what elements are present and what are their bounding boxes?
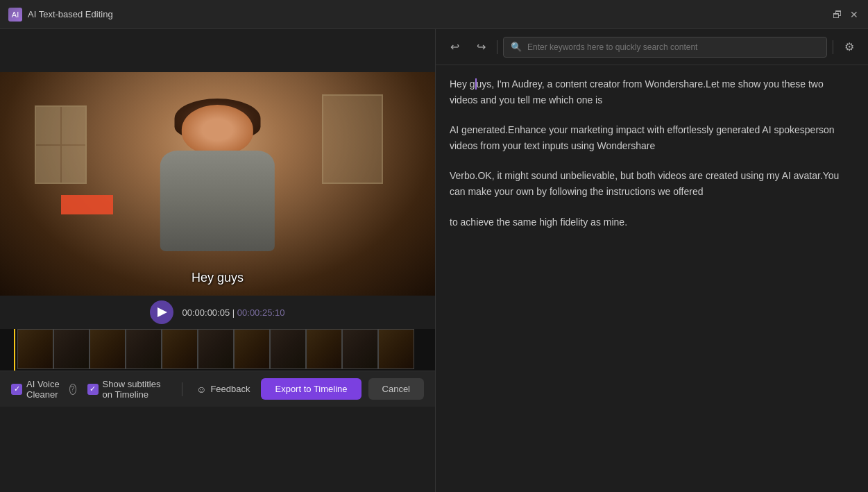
help-icon[interactable]: ?: [69, 384, 76, 395]
left-panel: Hey guys 00:00:00:05 | 00:00:25:10: [0, 29, 436, 492]
video-top-bar: [0, 29, 435, 72]
filter-button[interactable]: ⚙: [839, 37, 860, 58]
export-to-timeline-button[interactable]: Export to Timeline: [261, 378, 361, 400]
title-bar: AI AI Text-based Editing 🗗 ✕: [0, 0, 868, 29]
search-input[interactable]: [527, 42, 819, 52]
red-overlay: [61, 195, 113, 214]
cancel-button[interactable]: Cancel: [368, 378, 424, 400]
thumbnail-item: [162, 329, 198, 369]
transcript-text: AI generated.Enhance your marketing impa…: [450, 124, 835, 151]
main-layout: Hey guys 00:00:00:05 | 00:00:25:10: [0, 29, 868, 492]
transcript-block-2: AI generated.Enhance your marketing impa…: [450, 122, 854, 154]
redo-button[interactable]: ↪: [470, 37, 491, 58]
thumbnail-item: [90, 329, 126, 369]
person-body: [160, 151, 275, 251]
thumbnail-item: [53, 329, 90, 369]
transcript-block-1: Hey guys, I'm Audrey, a content creator …: [450, 76, 854, 108]
play-icon: [158, 307, 167, 317]
feedback-icon: ☺: [196, 384, 206, 395]
transcript-text: Verbo.OK, it might sound unbelievable, b…: [450, 170, 839, 197]
transcript-area[interactable]: Hey guys, I'm Audrey, a content creator …: [436, 65, 868, 492]
thumbnail-item: [126, 329, 162, 369]
redo-icon: ↪: [477, 40, 486, 53]
toolbar-divider: [497, 40, 497, 54]
ai-voice-cleaner-checkbox[interactable]: ✓: [11, 384, 22, 395]
thumbnail-item: [270, 329, 306, 369]
timeline-strip[interactable]: [0, 329, 435, 371]
window-pane: [36, 146, 60, 183]
filter-icon: ⚙: [844, 40, 854, 53]
transcript-text: Hey g: [450, 78, 475, 90]
ai-voice-cleaner-item: ✓ AI Voice Cleaner ?: [11, 379, 76, 400]
thumbnail-item: [234, 329, 270, 369]
thumbnail-strip: [0, 329, 435, 371]
thumbnail-item: [17, 329, 53, 369]
ai-voice-cleaner-label: AI Voice Cleaner: [26, 379, 65, 400]
bottom-bar: ✓ AI Voice Cleaner ? ✓ Show subtitles on…: [0, 371, 435, 407]
window-controls: 🗗 ✕: [832, 9, 860, 20]
undo-button[interactable]: ↩: [444, 37, 465, 58]
window-pane: [62, 107, 86, 144]
show-subtitles-checkbox[interactable]: ✓: [87, 384, 99, 395]
feedback-label: Feedback: [210, 384, 250, 394]
app-icon: AI: [8, 8, 22, 22]
search-icon: 🔍: [511, 42, 522, 52]
title-bar-left: AI AI Text-based Editing: [8, 8, 113, 22]
time-display: 00:00:00:05 | 00:00:25:10: [182, 307, 284, 318]
right-panel: ↩ ↪ 🔍 ⚙ Hey guys, I'm Audrey, a content …: [436, 29, 868, 492]
thumbnail-item: [378, 329, 414, 369]
show-subtitles-item: ✓ Show subtitles on Timeline: [87, 379, 169, 400]
video-still: Hey guys: [0, 72, 435, 296]
window-left: [35, 105, 87, 184]
undo-icon: ↩: [450, 40, 459, 53]
thumbnail-item: [198, 329, 234, 369]
playback-controls: 00:00:00:05 | 00:00:25:10: [0, 296, 435, 329]
person-head: [182, 105, 253, 155]
video-subtitle: Hey guys: [192, 271, 244, 285]
search-box: 🔍: [503, 37, 827, 58]
toolbar-divider-2: [833, 40, 833, 54]
window-pane: [62, 146, 86, 183]
transcript-text: uys, I'm Audrey, a content creator from …: [450, 78, 824, 105]
transcript-text: to achieve the same high fidelity as min…: [450, 217, 627, 228]
video-frame: Hey guys: [0, 72, 435, 296]
person-silhouette: [98, 94, 337, 296]
minimize-button[interactable]: 🗗: [832, 9, 843, 20]
transcript-block-3: Verbo.OK, it might sound unbelievable, b…: [450, 168, 854, 200]
play-button[interactable]: [150, 300, 173, 324]
transcript-block-4: to achieve the same high fidelity as min…: [450, 214, 854, 230]
feedback-button[interactable]: ☺ Feedback: [196, 384, 250, 395]
right-toolbar: ↩ ↪ 🔍 ⚙: [436, 29, 868, 65]
current-time: 00:00:00:05: [182, 307, 230, 318]
divider: [182, 382, 182, 396]
timeline-marker: [14, 329, 15, 371]
show-subtitles-label: Show subtitles on Timeline: [103, 379, 169, 400]
bottom-right-buttons: Export to Timeline Cancel: [261, 378, 424, 400]
thumbnail-item: [306, 329, 342, 369]
window-pane: [36, 107, 60, 144]
close-button[interactable]: ✕: [849, 9, 860, 20]
total-time: 00:00:25:10: [237, 307, 285, 318]
thumbnail-item: [342, 329, 378, 369]
window-title: AI Text-based Editing: [28, 9, 113, 19]
